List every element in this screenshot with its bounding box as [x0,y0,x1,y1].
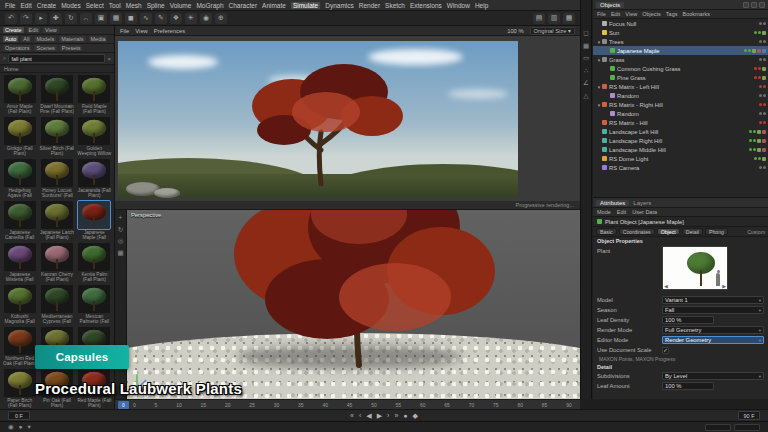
goto-start-icon[interactable]: « [350,412,354,419]
asset-item-japanese-camellia-fall-plant[interactable]: Japanese Camellia (Fall Plant) [2,201,37,241]
render-dot[interactable] [763,94,766,97]
asset-item-hedgehog-agave-fall-plant[interactable]: Hedgehog Agave (Fall Plant) [2,159,37,199]
keyframe-icon[interactable]: ◆ [413,412,418,419]
asset-item-jacaranda-fall-plant[interactable]: Jacaranda (Fall Plant) [77,159,112,199]
tag-icon[interactable] [762,49,766,53]
prev-variant-icon[interactable]: ◀ [664,283,668,289]
render-dot[interactable] [753,139,756,142]
frame-tick[interactable]: 60 [420,402,426,408]
object-row-rs-dome-light[interactable]: RS Dome Light [593,154,768,163]
asset-filter-materials[interactable]: Materials [59,36,85,42]
prev-key-icon[interactable]: ‹ [359,412,361,419]
tag-icon[interactable] [762,148,766,152]
timeline-ruler[interactable]: 0 051015202530354045505560657075808590 [115,399,580,409]
render-size-dropdown[interactable]: Original Size ▾ [530,27,575,35]
select-icon[interactable]: ▸ [35,13,47,24]
visibility-dot[interactable] [759,85,762,88]
render-dot[interactable] [758,157,761,160]
maximize-icon[interactable] [751,2,757,8]
asset-filter-auto[interactable]: Auto [3,36,18,42]
asset-item-honey-locust-sunburst-fall-plant[interactable]: Honey Locust 'Sunburst' (Fall Plant) [39,159,74,199]
objects-menu-view[interactable]: View [625,11,637,17]
frame-tick[interactable]: 90 [566,402,572,408]
dropdown-model[interactable]: Variant 1▾ [662,296,764,304]
asset-item-kentia-palm-fall-plant[interactable]: Kentia Palm (Fall Plant) [77,243,112,283]
object-row-landscape-left-hill[interactable]: Landscape Left Hill [593,127,768,136]
attr-tab-phong[interactable]: Phong [705,228,728,235]
menu-file[interactable]: File [5,2,15,9]
object-row-random[interactable]: Random [593,109,768,118]
frame-tick[interactable]: 25 [249,402,255,408]
pan-icon[interactable]: + [119,215,123,222]
menu-help[interactable]: Help [475,2,488,9]
tag-icon[interactable] [757,148,761,152]
menu-animate[interactable]: Animate [262,2,286,9]
zoom-icon[interactable]: ◎ [118,238,124,245]
visibility-dot[interactable] [759,166,762,169]
orbit-icon[interactable]: ↻ [118,227,123,234]
layout-single-icon[interactable]: ▤ [533,13,545,24]
asset-item-mexican-palmetto-fall-plant[interactable]: Mexican Palmetto (Fall Plant) [77,285,112,325]
menu-dynamics[interactable]: Dynamics [325,2,354,9]
object-row-sun[interactable]: Sun [593,28,768,37]
tag-icon[interactable] [757,130,761,134]
frame-tick[interactable]: 45 [347,402,353,408]
dropdown-render-mode[interactable]: Full Geometry▾ [662,326,764,334]
play-backward-icon[interactable]: ◀ [366,412,371,419]
dropdown-subdivisions[interactable]: By Level▾ [662,372,764,380]
frame-tick[interactable]: 65 [444,402,450,408]
tag-icon[interactable] [762,130,766,134]
frame-tick[interactable]: 30 [274,402,280,408]
asset-subtab-presets[interactable]: Presets [60,45,83,51]
play-icon[interactable]: ▶ [377,412,382,419]
object-row-random[interactable]: Random [593,91,768,100]
frame-tick[interactable]: 10 [176,402,182,408]
menu-edit[interactable]: Edit [20,2,31,9]
visibility-dot[interactable] [759,103,762,106]
menu-spline[interactable]: Spline [147,2,165,9]
visibility-dot[interactable] [759,121,762,124]
cube-icon[interactable]: ◼ [125,13,137,24]
visibility-dot[interactable] [754,31,757,34]
points-mode-icon[interactable]: ∴ [584,68,588,75]
scale-icon[interactable]: ⇔ [80,13,92,24]
tag-icon[interactable] [762,157,766,161]
views-icon[interactable]: ▦ [117,250,123,257]
undo-icon[interactable]: ↶ [5,13,17,24]
asset-item-golden-weeping-willow-fall-plant[interactable]: Golden Weeping Willow (Fall Plant) [77,117,112,157]
record-icon[interactable]: ● [403,412,407,419]
mograph-icon[interactable]: ❖ [170,13,182,24]
tag-icon[interactable] [762,67,766,71]
menu-mesh[interactable]: Mesh [126,2,142,9]
tab-layers[interactable]: Layers [633,200,651,206]
workplane-icon[interactable]: ▭ [583,55,589,62]
render-dot[interactable] [763,112,766,115]
asset-item-field-maple-fall-plant[interactable]: Field Maple (Fall Plant) [77,75,112,115]
frame-tick[interactable]: 55 [396,402,402,408]
asset-tab-create[interactable]: Create [3,27,24,33]
frame-tick[interactable]: 5 [155,402,158,408]
object-row-common-cushing-grass[interactable]: Common Cushing Grass [593,64,768,73]
layout-split-icon[interactable]: ▥ [548,13,560,24]
visibility-dot[interactable] [754,67,757,70]
render-dot[interactable] [763,40,766,43]
asset-filter-media[interactable]: Media [89,36,108,42]
frame-tick[interactable]: 15 [201,402,207,408]
render-view-icon[interactable]: ▣ [95,13,107,24]
attr-menu-user-data[interactable]: User Data [632,209,657,215]
asset-item-japanese-larch-fall-plant[interactable]: Japanese Larch (Fall Plant) [39,201,74,241]
visibility-dot[interactable] [754,157,757,160]
current-frame-field[interactable]: 0 F [8,411,30,420]
asset-subtab-scenes[interactable]: Scenes [34,45,56,51]
light-icon[interactable]: ✳ [185,13,197,24]
frame-tick[interactable]: 70 [469,402,475,408]
asset-item-dwarf-mountain-pine-fall-plant[interactable]: Dwarf Mountain Pine (Fall Plant) [39,75,74,115]
move-icon[interactable]: ✚ [50,13,62,24]
render-settings-icon[interactable]: ▦ [110,13,122,24]
field-leaf-amount[interactable]: 100 % [662,382,714,390]
key-record-icon[interactable]: ● [19,423,23,431]
menu-extensions[interactable]: Extensions [410,2,442,9]
tab-objects[interactable]: Objects [596,2,624,8]
attr-tab-coordinates[interactable]: Coordinates [619,228,655,235]
asset-item-amur-maple-fall-plant[interactable]: Amur Maple (Fall Plant) [2,75,37,115]
